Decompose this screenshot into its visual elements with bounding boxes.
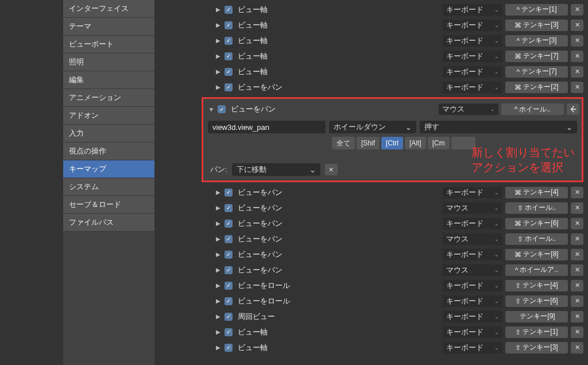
device-select[interactable]: キーボード⌄ (443, 218, 502, 229)
disclosure-closed-icon[interactable]: ▶ (215, 267, 222, 274)
remove-keybind-button[interactable]: ✕ (571, 342, 583, 354)
device-select[interactable]: キーボード⌄ (443, 51, 502, 62)
sidebar-item[interactable]: ビューポート (63, 36, 154, 53)
key-assignment[interactable]: ^ テンキー[3] (505, 35, 568, 47)
enable-checkbox[interactable]: ✓ (225, 204, 233, 212)
key-assignment[interactable]: ⇧ テンキー[6] (505, 295, 568, 307)
disclosure-closed-icon[interactable]: ▶ (215, 68, 222, 75)
key-assignment[interactable]: ^ ホイールア.. (505, 264, 568, 276)
enable-checkbox[interactable]: ✓ (218, 105, 226, 113)
device-select[interactable]: キーボード⌄ (443, 342, 502, 354)
enable-checkbox[interactable]: ✓ (225, 6, 233, 14)
key-assignment[interactable]: ⌘ テンキー[2] (505, 82, 568, 93)
remove-keybind-button[interactable]: ✕ (571, 326, 583, 338)
operator-id-input[interactable]: view3d.view_pan (208, 121, 326, 133)
remove-keybind-button[interactable]: ✕ (571, 187, 583, 198)
remove-keybind-button[interactable]: ✕ (571, 218, 583, 229)
enable-checkbox[interactable]: ✓ (225, 52, 233, 60)
disclosure-closed-icon[interactable]: ▶ (215, 205, 222, 212)
remove-keybind-button[interactable]: ✕ (571, 51, 583, 62)
sidebar-item[interactable]: 入力 (63, 125, 154, 143)
key-assignment[interactable]: ⌘ テンキー[3] (505, 20, 568, 31)
device-select[interactable]: キーボード⌄ (443, 326, 502, 338)
key-assignment[interactable]: ⇧ ホイール.. (505, 202, 568, 214)
enable-checkbox[interactable]: ✓ (225, 235, 233, 243)
device-select[interactable]: マウス⌄ (443, 202, 502, 214)
sidebar-item[interactable]: インターフェイス (63, 0, 154, 18)
enable-checkbox[interactable]: ✓ (225, 83, 233, 91)
pan-direction-select[interactable]: 下に移動 ⌄ (232, 163, 320, 176)
disclosure-closed-icon[interactable]: ▶ (215, 329, 222, 336)
key-assignment[interactable]: ^ ホイール.. (501, 103, 564, 115)
enable-checkbox[interactable]: ✓ (225, 220, 233, 228)
enable-checkbox[interactable]: ✓ (225, 37, 233, 45)
key-assignment[interactable]: ⌘ テンキー[8] (505, 249, 568, 260)
disclosure-closed-icon[interactable]: ▶ (215, 22, 222, 29)
device-select[interactable]: キーボード⌄ (443, 20, 502, 31)
sidebar-item[interactable]: 編集 (63, 71, 154, 89)
mod-all-button[interactable]: 全て (332, 137, 355, 149)
enable-checkbox[interactable]: ✓ (225, 189, 233, 197)
sidebar-item[interactable]: キーマップ (63, 160, 154, 178)
remove-keybind-button[interactable]: ✕ (571, 35, 583, 47)
key-assignment[interactable]: ⇧ テンキー[1] (505, 326, 568, 338)
key-assignment[interactable]: ^ テンキー[1] (505, 4, 568, 16)
disclosure-closed-icon[interactable]: ▶ (215, 53, 222, 60)
device-select[interactable]: キーボード⌄ (443, 295, 502, 307)
remove-keybind-button[interactable]: ✕ (571, 264, 583, 276)
mod-alt-button[interactable]: [Alt] (405, 137, 426, 149)
key-assignment[interactable]: ⌘ テンキー[7] (505, 51, 568, 62)
enable-checkbox[interactable]: ✓ (225, 251, 233, 259)
enable-checkbox[interactable]: ✓ (225, 297, 233, 305)
sidebar-item[interactable]: アドオン (63, 107, 154, 125)
clear-pan-button[interactable]: ✕ (325, 164, 338, 175)
enable-checkbox[interactable]: ✓ (225, 344, 233, 352)
disclosure-open-icon[interactable]: ▼ (208, 106, 215, 113)
device-select[interactable]: キーボード⌄ (443, 249, 502, 260)
device-select[interactable]: キーボード⌄ (443, 187, 502, 198)
mod-ctrl-button[interactable]: [Ctrl (381, 137, 403, 149)
mod-cmd-button[interactable]: [Cm (428, 137, 450, 149)
remove-keybind-button[interactable]: ✕ (571, 4, 583, 16)
sidebar-item[interactable]: ファイルパス (63, 214, 154, 232)
key-assignment[interactable]: ^ テンキー[7] (505, 66, 568, 78)
device-select[interactable]: キーボード⌄ (443, 66, 502, 78)
remove-keybind-button[interactable]: ✕ (571, 66, 583, 78)
sidebar-item[interactable]: 視点の操作 (63, 143, 154, 160)
remove-keybind-button[interactable]: ✕ (571, 280, 583, 291)
device-select[interactable]: キーボード⌄ (443, 311, 502, 322)
press-mode-select[interactable]: 押す ⌄ (420, 121, 577, 133)
remove-keybind-button[interactable]: ✕ (571, 249, 583, 260)
disclosure-closed-icon[interactable]: ▶ (215, 236, 222, 243)
sidebar-item[interactable]: システム (63, 178, 154, 196)
enable-checkbox[interactable]: ✓ (225, 21, 233, 29)
remove-keybind-button[interactable]: ✕ (571, 295, 583, 307)
sidebar-item[interactable]: アニメーション (63, 89, 154, 107)
sidebar-item[interactable]: 照明 (63, 53, 154, 71)
disclosure-closed-icon[interactable]: ▶ (215, 344, 222, 351)
disclosure-closed-icon[interactable]: ▶ (215, 37, 222, 44)
restore-button[interactable] (567, 103, 579, 115)
enable-checkbox[interactable]: ✓ (225, 328, 233, 336)
disclosure-closed-icon[interactable]: ▶ (215, 282, 222, 289)
key-assignment[interactable]: ⌘ テンキー[6] (505, 218, 568, 229)
disclosure-closed-icon[interactable]: ▶ (215, 298, 222, 305)
device-select[interactable]: キーボード⌄ (443, 4, 502, 16)
device-select[interactable]: キーボード⌄ (443, 35, 502, 47)
enable-checkbox[interactable]: ✓ (225, 68, 233, 76)
key-assignment[interactable]: ⇧ ホイール.. (505, 233, 568, 245)
device-select[interactable]: マウス⌄ (443, 233, 502, 245)
device-select[interactable]: キーボード⌄ (443, 280, 502, 291)
key-assignment[interactable]: テンキー[9] (505, 311, 568, 322)
key-assignment[interactable]: ⇧ テンキー[3] (505, 342, 568, 354)
event-type-select[interactable]: ホイールダウン ⌄ (329, 121, 416, 133)
disclosure-closed-icon[interactable]: ▶ (215, 313, 222, 320)
sidebar-item[interactable]: テーマ (63, 18, 154, 36)
disclosure-closed-icon[interactable]: ▶ (215, 220, 222, 227)
device-select[interactable]: キーボード⌄ (443, 82, 502, 93)
mod-shift-button[interactable]: [Shif (357, 137, 380, 149)
device-select[interactable]: マウス⌄ (443, 264, 502, 276)
disclosure-closed-icon[interactable]: ▶ (215, 251, 222, 258)
remove-keybind-button[interactable]: ✕ (571, 202, 583, 214)
disclosure-closed-icon[interactable]: ▶ (215, 189, 222, 196)
